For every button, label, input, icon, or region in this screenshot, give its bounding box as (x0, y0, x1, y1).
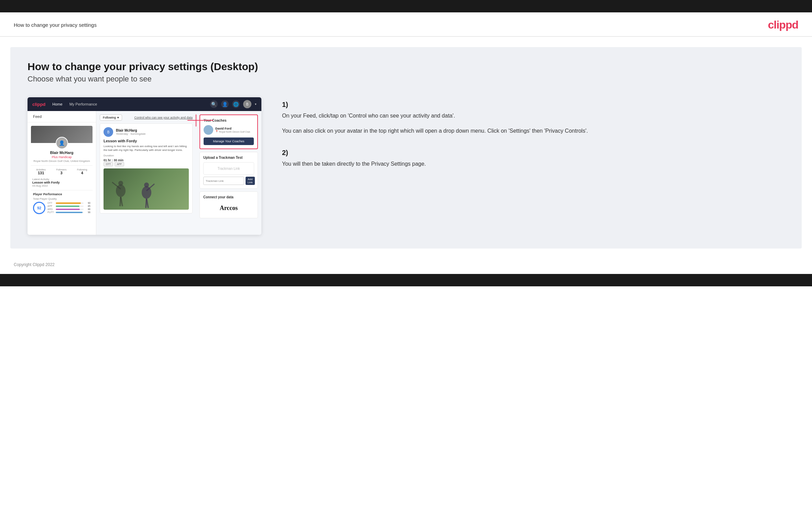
coach-club: 📍 Royal North Devon Golf Club (215, 130, 250, 133)
bar-app: APP 85 (47, 205, 90, 207)
latest-label: Latest Activity (32, 178, 91, 181)
app-body: Feed 👤 Blair McHarg Plus Handicap Royal … (28, 111, 261, 235)
step1-number: 1) (282, 101, 784, 109)
trackman-placeholder-text: Trackman Link (217, 167, 240, 170)
activities-stat: Activities 131 (36, 168, 46, 175)
svg-point-1 (118, 181, 123, 186)
tpq-bars: OTT 90 APP 85 (47, 202, 90, 214)
profile-name: Blair McHarg (31, 151, 93, 155)
post-user: B Blair McHarg Yesterday · Sunningdale (104, 127, 189, 137)
performance-title: Player Performance (33, 192, 90, 196)
profile-avatar: 👤 (56, 137, 68, 149)
following-label: Following (77, 168, 87, 171)
add-link-button[interactable]: Add Link (246, 177, 255, 185)
app-screenshot: clippd Home My Performance 🔍 👤 🌐 B ▾ Fee… (28, 97, 261, 235)
tpq-label: Total Player Quality (33, 197, 90, 200)
footer: Copyright Clippd 2022 (0, 255, 812, 274)
step2-number: 2) (282, 149, 784, 157)
following-value: 4 (77, 171, 87, 175)
page-title: How to change your privacy settings (Des… (28, 61, 784, 73)
post-duration-value: 01 hr : 30 min (104, 158, 189, 162)
coach-item: David Ford 📍 Royal North Devon Golf Club (204, 125, 254, 135)
step1-text-part1: On your Feed, click/tap on 'Control who … (282, 111, 784, 120)
profile-club: Royal North Devon Golf Club, United King… (31, 159, 93, 163)
svg-line-3 (121, 197, 122, 206)
coaches-section: Your Coaches David Ford 📍 Royal North De… (199, 114, 258, 149)
profile-stats: Activities 131 Followers 3 Following 4 (31, 165, 93, 175)
trackman-card: Upload a Trackman Test Trackman Link Add… (199, 152, 258, 189)
bar-ott: OTT 90 (47, 202, 90, 204)
followers-value: 3 (56, 171, 67, 175)
content-row: clippd Home My Performance 🔍 👤 🌐 B ▾ Fee… (28, 97, 784, 235)
search-icon[interactable]: 🔍 (210, 100, 218, 108)
feed-post: B Blair McHarg Yesterday · Sunningdale L… (100, 123, 193, 213)
globe-icon[interactable]: 🌐 (232, 100, 240, 108)
instruction-step1: 1) On your Feed, click/tap on 'Control w… (282, 101, 784, 135)
post-title: Lesson with Fordy (104, 139, 189, 143)
activities-label: Activities (36, 168, 46, 171)
latest-activity-name: Lesson with Fordy (32, 181, 91, 184)
coach-avatar (204, 125, 213, 135)
activities-value: 131 (36, 171, 46, 175)
followers-label: Followers (56, 168, 67, 171)
main-content: How to change your privacy settings (Des… (10, 47, 802, 249)
following-stat: Following 4 (77, 168, 87, 175)
copyright: Copyright Clippd 2022 (14, 262, 55, 267)
step2-text: You will then be taken directly to the P… (282, 159, 784, 168)
tpq-row: 92 OTT 90 APP (33, 202, 90, 214)
instructions: 1) On your Feed, click/tap on 'Control w… (275, 97, 784, 182)
profile-banner: 👤 (31, 126, 93, 143)
app-sidebar: Feed 👤 Blair McHarg Plus Handicap Royal … (28, 111, 96, 235)
coaches-card: Your Coaches David Ford 📍 Royal North De… (199, 114, 258, 149)
post-image (104, 168, 189, 210)
followers-stat: Followers 3 (56, 168, 67, 175)
bar-arg: ARG 86 (47, 208, 90, 210)
feed-tab[interactable]: Feed (28, 111, 96, 122)
instruction-step2: 2) You will then be taken directly to th… (282, 149, 784, 168)
player-performance: Player Performance Total Player Quality … (31, 190, 93, 216)
svg-line-8 (147, 199, 148, 208)
nav-icons: 🔍 👤 🌐 B ▾ (210, 100, 257, 108)
svg-point-6 (144, 183, 149, 187)
post-duration-label: Duration (104, 154, 189, 157)
control-privacy-link[interactable]: Control who can see your activity and da… (134, 116, 193, 119)
post-user-name: Blair McHarg (116, 129, 145, 132)
trackman-input[interactable] (203, 177, 244, 185)
connect-card: Connect your data Arccos (199, 191, 258, 218)
post-user-meta: Yesterday · Sunningdale (116, 132, 145, 135)
logo: clippd (768, 19, 798, 31)
arccos-logo: Arccos (203, 202, 254, 214)
avatar[interactable]: B (243, 100, 251, 108)
step1-text-part2: You can also click on your avatar in the… (282, 126, 784, 135)
user-icon[interactable]: 👤 (221, 100, 229, 108)
connect-title: Connect your data (203, 195, 254, 199)
post-tags: OTT APP (104, 162, 189, 166)
trackman-placeholder: Trackman Link (203, 162, 254, 175)
app-logo: clippd (32, 102, 45, 107)
latest-activity-date: 03 Aug 2022 (32, 184, 91, 187)
page-subtitle: Choose what you want people to see (28, 75, 784, 84)
post-description: Looking to feel like my hands are exitin… (104, 144, 189, 152)
coaches-title: Your Coaches (204, 119, 254, 122)
feed-header: Following ▾ Control who can see your act… (100, 114, 193, 121)
nav-item-home[interactable]: Home (52, 102, 62, 106)
following-button[interactable]: Following ▾ (100, 114, 122, 121)
tag-app: APP (115, 162, 124, 166)
nav-item-performance[interactable]: My Performance (69, 102, 97, 106)
manage-coaches-button[interactable]: Manage Your Coaches (204, 137, 254, 145)
latest-activity: Latest Activity Lesson with Fordy 03 Aug… (31, 178, 93, 187)
trackman-title: Upload a Trackman Test (203, 156, 254, 159)
app-nav: clippd Home My Performance 🔍 👤 🌐 B ▾ (28, 97, 261, 111)
trackman-input-row: Add Link (203, 177, 254, 185)
tag-ott: OTT (104, 162, 113, 166)
profile-handicap: Plus Handicap (31, 155, 93, 159)
profile-card: 👤 Blair McHarg Plus Handicap Royal North… (28, 122, 96, 220)
top-bar (0, 0, 812, 12)
app-right-panel: Your Coaches David Ford 📍 Royal North De… (196, 111, 261, 235)
location-icon: 📍 (215, 130, 218, 133)
coach-info: David Ford 📍 Royal North Devon Golf Club (215, 127, 250, 133)
tpq-circle: 92 (33, 202, 45, 214)
avatar-dropdown-icon[interactable]: ▾ (255, 102, 257, 106)
breadcrumb: How to change your privacy settings (14, 22, 97, 28)
header: How to change your privacy settings clip… (0, 12, 812, 37)
